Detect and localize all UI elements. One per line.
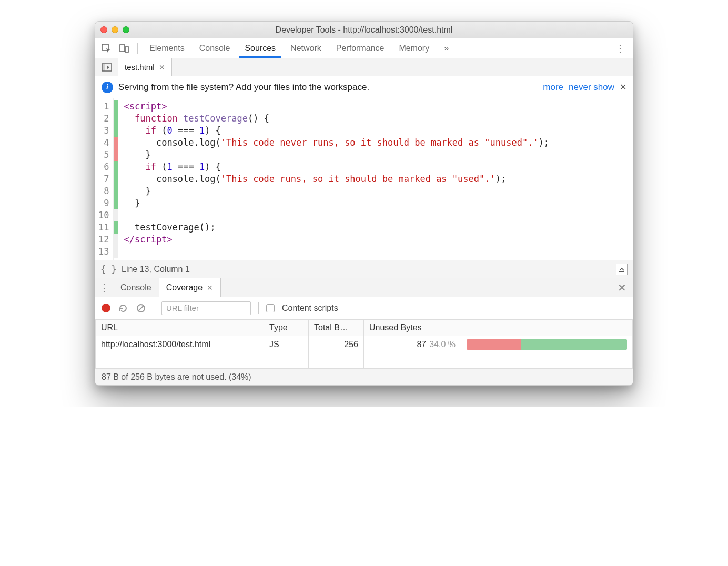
- cell-bar: [461, 336, 633, 353]
- device-toolbar-icon[interactable]: [117, 42, 131, 55]
- code-line[interactable]: console.log('This code runs, so it shoul…: [124, 173, 549, 185]
- svg-rect-5: [619, 271, 624, 272]
- tab-performance[interactable]: Performance: [331, 38, 390, 58]
- code-line[interactable]: console.log('This code never runs, so it…: [124, 137, 549, 149]
- line-number[interactable]: 5: [98, 149, 109, 161]
- coverage-marker: [114, 209, 118, 221]
- coverage-marker: [114, 185, 118, 197]
- close-icon[interactable]: ✕: [159, 63, 165, 72]
- line-number[interactable]: 10: [98, 209, 109, 221]
- file-tab-test-html[interactable]: test.html ✕: [118, 58, 172, 76]
- code-line[interactable]: testCoverage();: [124, 221, 549, 234]
- cell-total: 256: [309, 336, 364, 353]
- tabs-overflow-button[interactable]: »: [439, 38, 454, 58]
- devtools-window: Developer Tools - http://localhost:3000/…: [95, 21, 633, 386]
- coverage-status-bar: 87 B of 256 B bytes are not used. (34%): [95, 368, 633, 385]
- info-icon: i: [102, 82, 113, 93]
- code-content[interactable]: <script> function testCoverage() { if (0…: [118, 98, 554, 260]
- code-line[interactable]: [124, 209, 549, 221]
- coverage-marker: [114, 149, 118, 161]
- coverage-marker: [114, 246, 118, 258]
- close-icon[interactable]: ✕: [207, 284, 213, 292]
- separator: [137, 43, 138, 54]
- svg-rect-2: [125, 47, 128, 52]
- col-url[interactable]: URL: [96, 320, 264, 336]
- coverage-table: URL Type Total B… Unused Bytes http://lo…: [95, 319, 633, 368]
- file-tab-strip: test.html ✕: [95, 58, 633, 76]
- drawer-tab-coverage[interactable]: Coverage ✕: [159, 278, 221, 297]
- line-number[interactable]: 8: [98, 185, 109, 197]
- code-line[interactable]: if (0 === 1) {: [124, 125, 549, 137]
- record-button[interactable]: [102, 304, 110, 312]
- separator: [258, 302, 259, 314]
- cell-unused: 8734.0 %: [364, 336, 461, 353]
- drawer-tab-console[interactable]: Console: [113, 278, 159, 297]
- info-text: Serving from the file system? Add your f…: [118, 82, 369, 93]
- col-total[interactable]: Total B…: [309, 320, 364, 336]
- pretty-print-button[interactable]: { }: [100, 264, 122, 275]
- code-line[interactable]: if (1 === 1) {: [124, 161, 549, 173]
- zoom-window-button[interactable]: [123, 26, 129, 33]
- tab-elements[interactable]: Elements: [144, 38, 190, 58]
- settings-kebab-icon[interactable]: ⋮: [612, 42, 629, 55]
- line-number-gutter: 12345678910111213: [95, 98, 114, 260]
- svg-rect-4: [102, 64, 105, 71]
- svg-line-7: [138, 306, 144, 311]
- coverage-marker: [114, 137, 118, 149]
- line-number[interactable]: 6: [98, 161, 109, 173]
- drawer-menu-icon[interactable]: ⋮: [95, 278, 113, 297]
- editor-status-bar: { } Line 13, Column 1: [95, 260, 633, 278]
- source-editor[interactable]: 12345678910111213 <script> function test…: [95, 98, 633, 260]
- minimize-window-button[interactable]: [112, 26, 118, 33]
- cell-type: JS: [264, 336, 309, 353]
- col-bar: [461, 320, 633, 336]
- line-number[interactable]: 1: [98, 100, 109, 113]
- cell-url: http://localhost:3000/test.html: [96, 336, 264, 353]
- col-type[interactable]: Type: [264, 320, 309, 336]
- coverage-marker: [114, 100, 118, 113]
- code-line[interactable]: }: [124, 185, 549, 197]
- close-drawer-icon[interactable]: ✕: [611, 278, 633, 297]
- collapse-panel-icon[interactable]: [616, 264, 628, 275]
- inspect-element-icon[interactable]: [99, 42, 113, 55]
- info-more-link[interactable]: more: [543, 82, 563, 93]
- reload-icon[interactable]: [118, 303, 128, 314]
- url-filter-placeholder: URL filter: [166, 304, 199, 312]
- code-line[interactable]: [124, 246, 549, 258]
- col-unused[interactable]: Unused Bytes: [364, 320, 461, 336]
- separator: [605, 43, 605, 54]
- line-number[interactable]: 3: [98, 125, 109, 137]
- tab-console[interactable]: Console: [194, 38, 236, 58]
- coverage-summary: 87 B of 256 B bytes are not used. (34%): [102, 372, 251, 382]
- line-number[interactable]: 7: [98, 173, 109, 185]
- code-line[interactable]: function testCoverage() {: [124, 113, 549, 125]
- code-line[interactable]: }: [124, 197, 549, 209]
- coverage-gutter: [114, 98, 118, 260]
- navigator-toggle-button[interactable]: [95, 58, 118, 76]
- coverage-marker: [114, 113, 118, 125]
- url-filter-input[interactable]: URL filter: [161, 301, 251, 315]
- tab-sources[interactable]: Sources: [239, 38, 281, 58]
- line-number[interactable]: 4: [98, 137, 109, 149]
- close-icon[interactable]: ✕: [620, 82, 626, 92]
- clear-icon[interactable]: [136, 303, 146, 314]
- code-line[interactable]: </script>: [124, 234, 549, 246]
- separator: [154, 302, 154, 314]
- tab-network[interactable]: Network: [285, 38, 327, 58]
- line-number[interactable]: 13: [98, 246, 109, 258]
- tab-memory[interactable]: Memory: [393, 38, 434, 58]
- close-window-button[interactable]: [100, 26, 107, 33]
- line-number[interactable]: 11: [98, 221, 109, 234]
- info-never-show-link[interactable]: never show: [569, 82, 614, 93]
- line-number[interactable]: 12: [98, 234, 109, 246]
- window-controls: [100, 26, 129, 33]
- code-line[interactable]: }: [124, 149, 549, 161]
- line-number[interactable]: 9: [98, 197, 109, 209]
- drawer-tab-label: Console: [120, 283, 151, 292]
- code-line[interactable]: <script>: [124, 100, 549, 113]
- line-number[interactable]: 2: [98, 113, 109, 125]
- content-scripts-checkbox[interactable]: [266, 304, 275, 312]
- table-row[interactable]: http://localhost:3000/test.htmlJS2568734…: [96, 336, 633, 353]
- coverage-marker: [114, 173, 118, 185]
- window-title: Developer Tools - http://localhost:3000/…: [95, 25, 633, 35]
